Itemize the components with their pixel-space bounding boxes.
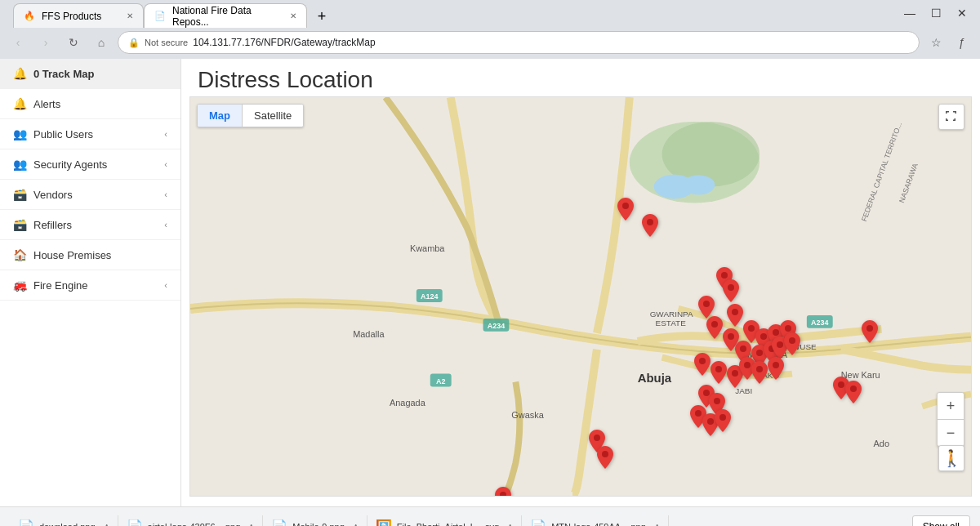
refillers-icon: 🗃️ [13,218,27,231]
download-item-3[interactable]: 📄 Mobile-9.png ∧ [263,515,368,526]
chevron-icon-fire-engine: ‹ [164,280,167,290]
chevron-icon-security-agents: ‹ [164,159,167,169]
map-marker-6[interactable] [706,316,723,341]
map-marker-30[interactable] [715,409,731,435]
map-marker-3[interactable] [723,279,739,305]
sidebar-item-refillers[interactable]: 🗃️ Refillers ‹ [0,210,180,240]
map-area[interactable]: A2 A124 A234 A234 A234 [189,96,972,497]
sidebar-item-label-track-map: 0 Track Map [33,68,167,80]
app-container: 🔔 0 Track Map 🔔 Alerts 👥 Public Users ‹ … [0,59,980,506]
download-item-2[interactable]: 📄 airtel-logo-439F6....png ∧ [118,515,264,526]
sidebar-item-label-public-users: Public Users [33,128,164,140]
svg-point-45 [773,329,779,336]
back-button[interactable]: ‹ [7,31,29,54]
new-tab-button[interactable]: + [310,5,333,28]
forward-button[interactable]: › [34,31,57,54]
close-button[interactable]: ✕ [951,2,973,25]
lock-icon: 🔒 [128,38,140,48]
satellite-view-button[interactable]: Satellite [243,105,303,127]
tab-favicon-2: 📄 [154,11,166,21]
map-marker-1[interactable] [642,214,658,239]
map-marker-33[interactable] [495,487,511,497]
svg-text:ESTATE: ESTATE [656,319,687,328]
svg-point-56 [756,366,763,372]
sidebar-item-public-users[interactable]: 👥 Public Users ‹ [0,119,180,149]
svg-point-37 [721,272,728,279]
download-name-2: airtel-logo-439F6....png [148,522,241,527]
map-marker-17[interactable] [694,353,710,378]
map-marker-23[interactable] [862,320,878,345]
download-bar: 📄 download.png ∧ 📄 airtel-logo-439F6....… [0,506,980,526]
tab-close-1[interactable]: ✕ [127,11,133,20]
users-icon: 👥 [13,127,27,140]
file-icon-2: 📄 [127,519,143,526]
map-marker-22[interactable] [768,357,784,382]
download-chevron-5[interactable]: ∧ [654,522,660,526]
sidebar-item-label-vendors: Vendors [33,189,164,201]
zoom-controls[interactable]: + − [937,392,964,447]
fullscreen-icon [945,110,958,123]
address-bar[interactable]: 🔒 Not secure 104.131.77.176/NFDR/Gateway… [118,31,920,54]
svg-point-60 [850,386,857,392]
svg-text:Madalla: Madalla [353,329,385,339]
download-item-1[interactable]: 📄 download.png ∧ [10,515,118,526]
map-view-button[interactable]: Map [198,105,243,127]
map-marker-25[interactable] [845,381,862,406]
svg-text:Ado: Ado [874,439,889,448]
download-item-4[interactable]: 🖼️ File_Bharti_Airtel_L....svg ∧ [368,515,522,526]
svg-point-63 [695,410,702,417]
reload-button[interactable]: ↻ [62,31,85,54]
download-name-5: MTN-logo-459AA....png [551,522,646,527]
minimize-button[interactable]: — [898,2,921,25]
zoom-out-button[interactable]: − [938,420,964,446]
svg-point-4 [682,176,715,195]
sidebar-item-label-refillers: Refillers [33,219,164,231]
map-marker-18[interactable] [710,361,727,386]
sidebar-item-track-map[interactable]: 🔔 0 Track Map [0,59,180,89]
svg-point-52 [699,358,706,364]
show-all-button[interactable]: Show all [912,515,970,527]
maximize-button[interactable]: ☐ [924,2,947,25]
map-marker-21[interactable] [751,361,768,386]
zoom-in-button[interactable]: + [938,393,964,419]
download-chevron-3[interactable]: ∧ [353,522,359,526]
pegman-button[interactable]: 🚶 [938,445,964,471]
sidebar-item-fire-engine[interactable]: 🚒 Fire Engine ‹ [0,270,180,301]
download-chevron-4[interactable]: ∧ [507,522,513,526]
svg-point-53 [715,366,722,372]
svg-text:A234: A234 [488,322,505,330]
map-marker-5[interactable] [727,304,743,329]
svg-point-51 [789,337,795,344]
sidebar-item-alerts[interactable]: 🔔 Alerts [0,89,180,119]
svg-text:Gwaska: Gwaska [511,410,544,420]
map-marker-16[interactable] [784,332,800,358]
tab-national-fire[interactable]: 📄 National Fire Data Repos... ✕ [144,3,307,28]
download-name-3: Mobile-9.png [292,522,345,527]
svg-point-54 [732,370,738,377]
home-button[interactable]: ⌂ [90,31,113,54]
sidebar-item-house-premises[interactable]: 🏠 House Premises [0,240,180,270]
tab-close-2[interactable]: ✕ [290,11,296,20]
main-content: Distress Location [181,59,980,506]
extensions-button[interactable]: ƒ [951,31,973,54]
svg-text:A124: A124 [421,292,438,301]
fullscreen-button[interactable] [938,104,964,130]
tab-ffs-products[interactable]: 🔥 FFS Products ✕ [13,3,144,28]
download-chevron-2[interactable]: ∧ [248,522,254,526]
download-chevron-1[interactable]: ∧ [104,522,109,526]
map-background: A2 A124 A234 A234 A234 [190,97,971,496]
sidebar-item-security-agents[interactable]: 👥 Security Agents ‹ [0,149,180,180]
download-item-5[interactable]: 📄 MTN-logo-459AA....png ∧ [522,515,669,526]
svg-point-46 [785,325,791,332]
tab-favicon-1: 🔥 [24,11,35,21]
svg-point-36 [647,219,653,225]
svg-point-64 [707,418,714,425]
bookmark-button[interactable]: ☆ [924,31,947,54]
svg-point-35 [622,203,629,209]
chevron-icon-vendors: ‹ [164,189,167,199]
map-view-toggle[interactable]: Map Satellite [197,104,304,127]
map-marker-32[interactable] [597,446,613,471]
svg-point-57 [773,362,779,368]
sidebar-item-vendors[interactable]: 🗃️ Vendors ‹ [0,180,180,210]
map-marker-0[interactable] [617,198,634,223]
